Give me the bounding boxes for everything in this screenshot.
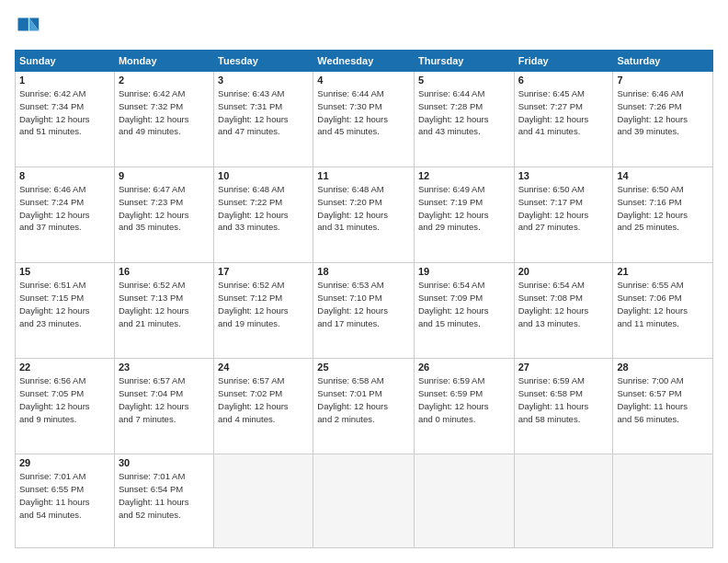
calendar-cell: 8Sunrise: 6:46 AM Sunset: 7:24 PM Daylig… [16, 167, 115, 263]
day-number: 14 [617, 170, 709, 181]
header [15, 15, 713, 40]
calendar-cell: 18Sunrise: 6:53 AM Sunset: 7:10 PM Dayli… [313, 263, 415, 359]
day-info: Sunrise: 6:46 AM Sunset: 7:24 PM Dayligh… [19, 183, 110, 234]
day-info: Sunrise: 6:54 AM Sunset: 7:09 PM Dayligh… [418, 279, 510, 329]
day-number: 28 [617, 362, 709, 373]
weekday-header-thursday: Thursday [414, 51, 514, 72]
calendar-cell: 7Sunrise: 6:46 AM Sunset: 7:26 PM Daylig… [613, 72, 713, 167]
calendar-cell: 20Sunrise: 6:54 AM Sunset: 7:08 PM Dayli… [514, 263, 613, 359]
weekday-header-sunday: Sunday [16, 51, 115, 72]
calendar-cell: 14Sunrise: 6:50 AM Sunset: 7:16 PM Dayli… [613, 167, 713, 263]
calendar-cell: 28Sunrise: 7:00 AM Sunset: 6:57 PM Dayli… [613, 359, 713, 454]
day-number: 9 [119, 170, 210, 181]
calendar-cell: 25Sunrise: 6:58 AM Sunset: 7:01 PM Dayli… [313, 359, 415, 454]
calendar-cell: 29Sunrise: 7:01 AM Sunset: 6:55 PM Dayli… [16, 454, 115, 548]
svg-rect-2 [18, 18, 28, 31]
calendar-cell: 19Sunrise: 6:54 AM Sunset: 7:09 PM Dayli… [414, 263, 514, 359]
day-info: Sunrise: 6:43 AM Sunset: 7:31 PM Dayligh… [218, 87, 309, 138]
calendar-table: SundayMondayTuesdayWednesdayThursdayFrid… [15, 50, 713, 548]
week-row-4: 22Sunrise: 6:56 AM Sunset: 7:05 PM Dayli… [16, 359, 713, 454]
week-row-3: 15Sunrise: 6:51 AM Sunset: 7:15 PM Dayli… [16, 263, 713, 359]
calendar-cell: 23Sunrise: 6:57 AM Sunset: 7:04 PM Dayli… [114, 359, 213, 454]
logo [15, 15, 44, 40]
calendar-cell: 24Sunrise: 6:57 AM Sunset: 7:02 PM Dayli… [214, 359, 313, 454]
day-number: 11 [317, 170, 410, 181]
day-info: Sunrise: 6:42 AM Sunset: 7:32 PM Dayligh… [119, 87, 210, 138]
day-info: Sunrise: 6:59 AM Sunset: 6:58 PM Dayligh… [518, 374, 609, 425]
day-number: 27 [518, 362, 609, 373]
day-info: Sunrise: 6:44 AM Sunset: 7:28 PM Dayligh… [418, 87, 510, 138]
day-number: 25 [317, 362, 410, 373]
day-info: Sunrise: 6:44 AM Sunset: 7:30 PM Dayligh… [317, 87, 410, 138]
day-number: 3 [218, 75, 309, 86]
calendar-cell: 17Sunrise: 6:52 AM Sunset: 7:12 PM Dayli… [214, 263, 313, 359]
day-info: Sunrise: 6:53 AM Sunset: 7:10 PM Dayligh… [317, 279, 410, 329]
weekday-header-monday: Monday [114, 51, 213, 72]
calendar-cell: 30Sunrise: 7:01 AM Sunset: 6:54 PM Dayli… [114, 454, 213, 548]
day-info: Sunrise: 6:58 AM Sunset: 7:01 PM Dayligh… [317, 374, 410, 425]
day-number: 13 [518, 170, 609, 181]
calendar-cell [514, 454, 613, 548]
day-number: 10 [218, 170, 309, 181]
calendar-cell: 16Sunrise: 6:52 AM Sunset: 7:13 PM Dayli… [114, 263, 213, 359]
weekday-header-friday: Friday [514, 51, 613, 72]
calendar-cell: 6Sunrise: 6:45 AM Sunset: 7:27 PM Daylig… [514, 72, 613, 167]
calendar-cell: 5Sunrise: 6:44 AM Sunset: 7:28 PM Daylig… [414, 72, 514, 167]
calendar-cell: 9Sunrise: 6:47 AM Sunset: 7:23 PM Daylig… [114, 167, 213, 263]
calendar-cell: 13Sunrise: 6:50 AM Sunset: 7:17 PM Dayli… [514, 167, 613, 263]
day-info: Sunrise: 6:57 AM Sunset: 7:04 PM Dayligh… [119, 374, 210, 425]
day-number: 26 [418, 362, 510, 373]
day-number: 18 [317, 266, 410, 277]
day-info: Sunrise: 6:49 AM Sunset: 7:19 PM Dayligh… [418, 183, 510, 234]
calendar-cell: 11Sunrise: 6:48 AM Sunset: 7:20 PM Dayli… [313, 167, 415, 263]
calendar-cell: 4Sunrise: 6:44 AM Sunset: 7:30 PM Daylig… [313, 72, 415, 167]
day-number: 22 [19, 362, 110, 373]
day-number: 30 [119, 457, 210, 468]
page: SundayMondayTuesdayWednesdayThursdayFrid… [0, 0, 728, 563]
day-number: 2 [119, 75, 210, 86]
day-info: Sunrise: 6:42 AM Sunset: 7:34 PM Dayligh… [19, 87, 110, 138]
day-info: Sunrise: 6:45 AM Sunset: 7:27 PM Dayligh… [518, 87, 609, 138]
day-info: Sunrise: 6:55 AM Sunset: 7:06 PM Dayligh… [617, 279, 709, 329]
calendar-cell: 21Sunrise: 6:55 AM Sunset: 7:06 PM Dayli… [613, 263, 713, 359]
calendar-cell [214, 454, 313, 548]
calendar-cell: 12Sunrise: 6:49 AM Sunset: 7:19 PM Dayli… [414, 167, 514, 263]
calendar-cell: 15Sunrise: 6:51 AM Sunset: 7:15 PM Dayli… [16, 263, 115, 359]
day-info: Sunrise: 7:01 AM Sunset: 6:55 PM Dayligh… [19, 470, 110, 521]
day-info: Sunrise: 6:52 AM Sunset: 7:12 PM Dayligh… [218, 279, 309, 329]
weekday-header-wednesday: Wednesday [313, 51, 415, 72]
day-number: 23 [119, 362, 210, 373]
day-info: Sunrise: 6:56 AM Sunset: 7:05 PM Dayligh… [19, 374, 110, 425]
week-row-1: 1Sunrise: 6:42 AM Sunset: 7:34 PM Daylig… [16, 72, 713, 167]
week-row-5: 29Sunrise: 7:01 AM Sunset: 6:55 PM Dayli… [16, 454, 713, 548]
day-info: Sunrise: 6:52 AM Sunset: 7:13 PM Dayligh… [119, 279, 210, 329]
day-number: 4 [317, 75, 410, 86]
calendar-cell: 22Sunrise: 6:56 AM Sunset: 7:05 PM Dayli… [16, 359, 115, 454]
day-number: 21 [617, 266, 709, 277]
calendar-cell: 10Sunrise: 6:48 AM Sunset: 7:22 PM Dayli… [214, 167, 313, 263]
day-number: 15 [19, 266, 110, 277]
calendar-cell: 1Sunrise: 6:42 AM Sunset: 7:34 PM Daylig… [16, 72, 115, 167]
calendar-cell [313, 454, 415, 548]
weekday-header-tuesday: Tuesday [214, 51, 313, 72]
day-info: Sunrise: 6:59 AM Sunset: 6:59 PM Dayligh… [418, 374, 510, 425]
day-info: Sunrise: 6:57 AM Sunset: 7:02 PM Dayligh… [218, 374, 309, 425]
day-info: Sunrise: 6:46 AM Sunset: 7:26 PM Dayligh… [617, 87, 709, 138]
day-info: Sunrise: 7:01 AM Sunset: 6:54 PM Dayligh… [119, 470, 210, 521]
calendar-cell: 2Sunrise: 6:42 AM Sunset: 7:32 PM Daylig… [114, 72, 213, 167]
calendar-cell: 3Sunrise: 6:43 AM Sunset: 7:31 PM Daylig… [214, 72, 313, 167]
day-number: 12 [418, 170, 510, 181]
calendar-cell: 26Sunrise: 6:59 AM Sunset: 6:59 PM Dayli… [414, 359, 514, 454]
day-info: Sunrise: 6:48 AM Sunset: 7:22 PM Dayligh… [218, 183, 309, 234]
day-number: 8 [19, 170, 110, 181]
day-number: 29 [19, 457, 110, 468]
day-number: 1 [19, 75, 110, 86]
day-info: Sunrise: 6:48 AM Sunset: 7:20 PM Dayligh… [317, 183, 410, 234]
day-number: 16 [119, 266, 210, 277]
day-number: 7 [617, 75, 709, 86]
day-number: 6 [518, 75, 609, 86]
day-number: 19 [418, 266, 510, 277]
day-info: Sunrise: 7:00 AM Sunset: 6:57 PM Dayligh… [617, 374, 709, 425]
day-info: Sunrise: 6:51 AM Sunset: 7:15 PM Dayligh… [19, 279, 110, 329]
weekday-header-saturday: Saturday [613, 51, 713, 72]
